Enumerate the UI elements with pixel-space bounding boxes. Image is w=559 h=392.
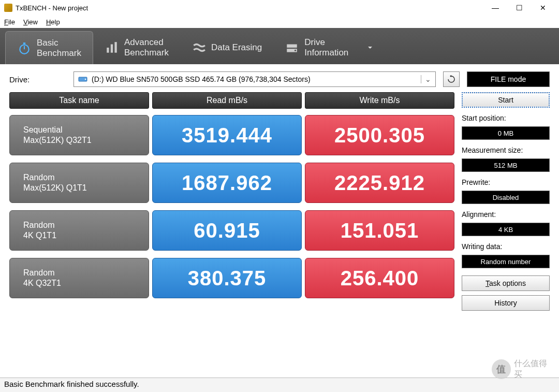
read-value[interactable]: 60.915	[152, 210, 302, 251]
task-cell[interactable]: Random 4K Q1T1	[9, 210, 149, 251]
start-position-value[interactable]: 0 MB	[462, 126, 550, 140]
task-cell[interactable]: Random Max(512K) Q1T1	[9, 163, 149, 203]
task-name-1: Random	[23, 220, 149, 230]
erase-icon	[192, 40, 206, 55]
watermark-text: 什么值得买	[514, 358, 554, 380]
svg-rect-3	[107, 48, 109, 53]
bars-icon	[105, 40, 119, 55]
header-write: Write mB/s	[305, 92, 454, 109]
task-name-2: Max(512K) Q1T1	[23, 183, 149, 193]
task-name-2: Max(512K) Q32T1	[23, 135, 149, 146]
disk-icon	[78, 76, 87, 83]
svg-rect-1	[23, 42, 25, 44]
tab-data-erasing[interactable]: Data Erasing	[180, 31, 273, 64]
tab-strip: BasicBenchmark AdvancedBenchmark Data Er…	[0, 28, 559, 64]
menu-help[interactable]: Help	[46, 18, 60, 26]
tab-label: Data Erasing	[211, 42, 262, 53]
write-value[interactable]: 256.400	[305, 258, 454, 298]
write-value[interactable]: 2500.305	[305, 115, 454, 155]
tab-advanced-benchmark[interactable]: AdvancedBenchmark	[93, 31, 180, 64]
history-button[interactable]: History	[462, 295, 550, 311]
window-controls: — ☐ ✕	[483, 0, 555, 16]
write-value[interactable]: 2225.912	[305, 163, 454, 203]
drive-row: Drive: (D:) WD Blue SN570 500GB SSD 465.…	[0, 64, 559, 92]
result-row: Random 4K Q32T1 380.375 256.400	[9, 258, 454, 298]
drive-label: Drive:	[9, 75, 66, 84]
prewrite-value[interactable]: Disabled	[462, 191, 550, 204]
watermark: 值 什么值得买	[492, 359, 554, 380]
task-name-2: 4K Q32T1	[23, 278, 149, 288]
side-panel: Start Start position: 0 MB Measurement s…	[462, 92, 550, 311]
close-button[interactable]: ✕	[531, 0, 555, 16]
svg-point-10	[85, 79, 86, 80]
start-position-label: Start position:	[462, 114, 550, 122]
results-panel: Task name Read mB/s Write mB/s Sequentia…	[9, 92, 454, 311]
prewrite-label: Prewrite:	[462, 178, 550, 186]
task-cell[interactable]: Sequential Max(512K) Q32T1	[9, 115, 149, 155]
write-value[interactable]: 151.051	[305, 210, 454, 251]
measurement-size-value[interactable]: 512 MB	[462, 158, 550, 172]
result-row: Random Max(512K) Q1T1 1687.962 2225.912	[9, 163, 454, 203]
read-value[interactable]: 380.375	[152, 258, 302, 298]
svg-rect-6	[287, 45, 298, 48]
task-name-1: Sequential	[23, 125, 149, 135]
alignment-value[interactable]: 4 KB	[462, 223, 550, 236]
drive-icon	[285, 40, 299, 55]
drive-select[interactable]: (D:) WD Blue SN570 500GB SSD 465.74 GB (…	[73, 71, 436, 87]
main-area: Task name Read mB/s Write mB/s Sequentia…	[0, 92, 559, 316]
task-name-1: Random	[23, 172, 149, 183]
read-value[interactable]: 1687.962	[152, 163, 302, 203]
stopwatch-icon	[17, 41, 32, 55]
tab-label: BasicBenchmark	[37, 38, 81, 58]
alignment-label: Alignment:	[462, 210, 550, 219]
status-bar: Basic Benchmark finished successfully.	[0, 378, 559, 392]
minimize-button[interactable]: —	[483, 0, 507, 16]
task-name-1: Random	[23, 268, 149, 278]
tab-overflow-button[interactable]	[360, 31, 380, 64]
header-task: Task name	[9, 92, 149, 109]
menu-view[interactable]: View	[23, 18, 38, 26]
start-button[interactable]: Start	[462, 92, 550, 108]
menubar: File View Help	[0, 16, 559, 28]
svg-rect-5	[114, 42, 116, 53]
titlebar: TxBENCH - New project — ☐ ✕	[0, 0, 559, 16]
drive-select-value: (D:) WD Blue SN570 500GB SSD 465.74 GB (…	[92, 75, 311, 83]
refresh-button[interactable]	[443, 71, 460, 87]
maximize-button[interactable]: ☐	[507, 0, 531, 16]
task-cell[interactable]: Random 4K Q32T1	[9, 258, 149, 298]
file-mode-button[interactable]: FILE mode	[467, 71, 550, 87]
writing-data-label: Writing data:	[462, 242, 550, 251]
tab-drive-information[interactable]: DriveInformation	[273, 31, 360, 64]
result-row: Random 4K Q1T1 60.915 151.051	[9, 210, 454, 251]
svg-point-8	[295, 50, 296, 51]
task-options-button[interactable]: Task options	[462, 275, 550, 291]
writing-data-value[interactable]: Random number	[462, 255, 550, 268]
menu-file[interactable]: File	[4, 18, 15, 26]
window-title: TxBENCH - New project	[16, 4, 483, 12]
result-row: Sequential Max(512K) Q32T1 3519.444 2500…	[9, 115, 454, 155]
tab-label: AdvancedBenchmark	[124, 37, 169, 57]
measurement-size-label: Measurement size:	[462, 146, 550, 154]
watermark-icon: 值	[492, 359, 511, 379]
tab-basic-benchmark[interactable]: BasicBenchmark	[5, 31, 93, 64]
results-header: Task name Read mB/s Write mB/s	[9, 92, 454, 109]
chevron-down-icon: ⌄	[421, 75, 431, 83]
app-icon	[4, 4, 12, 12]
header-read: Read mB/s	[152, 92, 302, 109]
svg-rect-4	[111, 45, 113, 53]
read-value[interactable]: 3519.444	[152, 115, 302, 155]
tab-label: DriveInformation	[304, 37, 348, 57]
task-name-2: 4K Q1T1	[23, 230, 149, 241]
